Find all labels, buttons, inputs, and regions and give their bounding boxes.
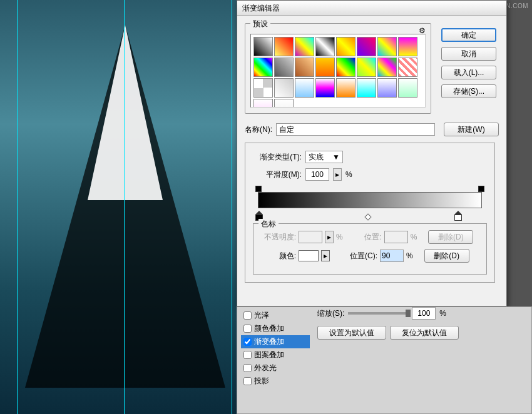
preset-swatch[interactable] (336, 78, 356, 98)
gradient-settings: 渐变类型(T): 实底 ▼ 平滑度(M): ▸ % (245, 143, 495, 283)
midpoint-marker[interactable] (364, 213, 371, 220)
delete-color-button[interactable]: 删除(D) (424, 249, 469, 263)
color-position-input[interactable] (380, 250, 404, 262)
name-input[interactable] (276, 123, 435, 136)
layer-style-checkbox[interactable] (243, 325, 252, 333)
gradient-type-dropdown[interactable]: 实底 ▼ (305, 151, 343, 163)
opacity-label: 不透明度: (260, 232, 296, 243)
ok-button[interactable]: 确定 (441, 28, 496, 42)
layer-style-checkbox[interactable] (243, 351, 252, 359)
preset-swatch[interactable] (253, 37, 273, 56)
preset-swatch[interactable] (295, 37, 314, 56)
preset-swatch[interactable] (295, 58, 314, 77)
opacity-stop[interactable] (255, 186, 262, 192)
opacity-position-input (384, 231, 408, 243)
preset-swatch[interactable] (253, 78, 273, 98)
color-stops-group: 色标 不透明度: ▸ % 位置: % 删除(D) 颜色: ▸ 位置(C): (253, 223, 487, 275)
preset-swatch[interactable] (398, 58, 417, 77)
preset-swatch[interactable] (274, 99, 294, 108)
preset-swatch[interactable] (336, 37, 356, 56)
guide-vertical[interactable] (17, 0, 18, 414)
smoothness-label: 平滑度(M): (253, 169, 302, 180)
smoothness-spinner[interactable]: ▸ (333, 168, 342, 181)
smoothness-input[interactable] (305, 168, 329, 181)
canvas-area[interactable] (0, 0, 237, 414)
scale-label: 缩放(S): (317, 308, 344, 319)
color-dropdown-arrow[interactable]: ▸ (321, 250, 330, 261)
color-well[interactable] (299, 250, 319, 261)
preset-swatch[interactable] (357, 78, 376, 98)
new-button[interactable]: 新建(W) (444, 123, 499, 136)
preset-swatches (250, 34, 426, 108)
delete-opacity-button: 删除(D) (428, 230, 473, 244)
scale-input[interactable] (412, 307, 436, 320)
load-button[interactable]: 载入(L)... (441, 66, 496, 79)
percent-label: % (411, 233, 417, 241)
preset-swatch[interactable] (377, 58, 397, 77)
percent-label: % (439, 309, 446, 318)
opacity-stop[interactable] (478, 186, 484, 192)
layer-style-panel: 光泽颜色叠加渐变叠加图案叠加外发光投影 缩放(S): % 设置为默认值 复位为默… (237, 306, 532, 414)
reset-default-button[interactable]: 复位为默认值 (390, 326, 459, 340)
cancel-button[interactable]: 取消 (441, 47, 496, 61)
layer-style-item[interactable]: 颜色叠加 (241, 322, 310, 335)
dialog-title: 渐变编辑器 (237, 1, 506, 16)
layer-style-item[interactable]: 光泽 (241, 309, 310, 322)
preset-swatch[interactable] (295, 78, 314, 98)
preset-swatch[interactable] (357, 58, 376, 77)
preset-swatch[interactable] (398, 78, 417, 98)
layer-style-label: 颜色叠加 (254, 323, 284, 334)
preset-swatch[interactable] (315, 37, 335, 56)
preset-swatch[interactable] (253, 99, 273, 108)
name-label: 名称(N): (245, 124, 272, 135)
layer-style-checkbox[interactable] (243, 338, 252, 346)
layer-style-item[interactable]: 外发光 (241, 361, 310, 375)
color-stop[interactable] (255, 211, 263, 218)
preset-swatch[interactable] (315, 78, 335, 98)
layer-style-item[interactable]: 投影 (241, 375, 310, 388)
preset-swatch[interactable] (377, 37, 397, 56)
scale-slider[interactable] (348, 312, 408, 315)
layer-style-item[interactable]: 图案叠加 (241, 348, 310, 361)
preset-swatch[interactable] (336, 58, 356, 77)
preset-swatch[interactable] (274, 58, 294, 77)
color-stop[interactable] (454, 211, 462, 218)
preset-swatch[interactable] (398, 37, 417, 56)
guide-vertical[interactable] (124, 0, 125, 414)
percent-label: % (406, 251, 413, 260)
gradient-bar[interactable] (258, 192, 482, 208)
percent-label: % (345, 170, 352, 179)
color-position-label: 位置(C): (345, 251, 377, 261)
layer-styles-list: 光泽颜色叠加渐变叠加图案叠加外发光投影 (241, 309, 310, 388)
layer-style-item[interactable]: 渐变叠加 (241, 335, 310, 348)
gradient-type-label: 渐变类型(T): (253, 152, 302, 163)
preset-swatch[interactable] (274, 78, 294, 98)
layer-style-label: 渐变叠加 (254, 336, 284, 347)
preset-swatch[interactable] (253, 58, 273, 77)
presets-group: 预设 ⚙ (245, 23, 431, 114)
gear-icon[interactable]: ⚙ (419, 26, 426, 35)
layer-style-label: 投影 (254, 376, 269, 386)
save-button[interactable]: 存储(S)... (441, 84, 496, 98)
opacity-position-label: 位置: (356, 232, 382, 243)
layer-style-checkbox[interactable] (243, 311, 252, 320)
preset-swatch[interactable] (274, 37, 294, 56)
set-default-button[interactable]: 设置为默认值 (317, 326, 386, 340)
preset-swatch[interactable] (357, 37, 376, 56)
layer-style-label: 光泽 (254, 310, 269, 321)
opacity-spinner: ▸ (325, 231, 334, 243)
guide-vertical[interactable] (232, 0, 232, 414)
percent-label: % (336, 233, 343, 241)
presets-label: 预设 (250, 19, 270, 29)
color-label: 颜色: (260, 251, 296, 261)
layer-style-checkbox[interactable] (243, 364, 252, 372)
preset-swatch[interactable] (315, 58, 335, 77)
chevron-down-icon: ▼ (332, 153, 340, 161)
preset-swatch[interactable] (377, 78, 397, 98)
gradient-editor-dialog: 渐变编辑器 预设 ⚙ 确定 取消 载入(L)... 存储(S)... 名称(N)… (237, 0, 507, 306)
gradient-shape-light (88, 25, 163, 200)
layer-style-label: 外发光 (254, 363, 277, 373)
opacity-input (299, 231, 322, 243)
gradient-bar-wrap (253, 192, 487, 217)
layer-style-checkbox[interactable] (243, 377, 252, 385)
